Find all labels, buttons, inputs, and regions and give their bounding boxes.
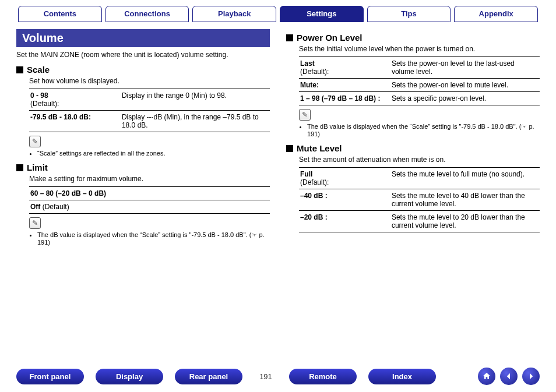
scale-desc: Set how volume is displayed. (29, 77, 270, 85)
opt-key: Mute: (300, 81, 319, 89)
table-row: 0 - 98(Default):Display in the range 0 (… (29, 89, 270, 111)
tab-tips[interactable]: Tips (367, 6, 451, 22)
btn-display[interactable]: Display (96, 369, 163, 384)
opt-val: Sets the power-on level to the last-used… (390, 57, 540, 79)
opt-key: 1 – 98 (–79 dB – 18 dB) : (300, 94, 380, 103)
home-icon[interactable] (478, 368, 495, 385)
table-row: 60 – 80 (–20 dB – 0 dB) (29, 187, 270, 200)
mute-title: Mute Level (297, 143, 342, 153)
opt-val: Sets the power-on level to mute level. (390, 79, 540, 92)
limit-title: Limit (27, 163, 48, 172)
opt-sub: (Default): (300, 178, 329, 186)
power-desc: Sets the initial volume level when the p… (299, 45, 540, 53)
btn-front-panel[interactable]: Front panel (16, 369, 84, 384)
tab-appendix[interactable]: Appendix (454, 6, 538, 22)
opt-val: Sets the mute level to 20 dB lower than … (390, 211, 540, 232)
page-number: 191 (254, 372, 277, 381)
opt-sub: (Default): (300, 68, 329, 76)
tab-settings[interactable]: Settings (280, 6, 364, 22)
section-power-on-level: Power On Level Sets the initial volume l… (286, 33, 540, 137)
table-row: –20 dB :Sets the mute level to 20 dB low… (299, 211, 540, 232)
table-row: Mute:Sets the power-on level to mute lev… (299, 79, 540, 92)
opt-key: –40 dB : (300, 192, 328, 200)
opt-val: Sets a specific power-on level. (390, 92, 540, 105)
scale-table: 0 - 98(Default):Display in the range 0 (… (29, 89, 270, 132)
note-text: The dB value is displayed when the “Scal… (307, 123, 540, 137)
top-tabs: Contents Connections Playback Settings T… (16, 6, 540, 22)
pencil-icon: ✎ (29, 136, 41, 147)
pencil-icon: ✎ (29, 217, 41, 229)
footer: Front panel Display Rear panel 191 Remot… (0, 368, 556, 385)
btn-index[interactable]: Index (368, 369, 436, 384)
power-title: Power On Level (297, 33, 363, 43)
opt-key: 0 - 98 (30, 91, 48, 100)
bullet-icon (286, 145, 293, 152)
bullet-icon (286, 34, 293, 41)
limit-desc: Make a setting for maximum volume. (29, 175, 270, 183)
section-limit: Limit Make a setting for maximum volume.… (16, 163, 270, 246)
btn-remote[interactable]: Remote (289, 369, 357, 384)
bullet-icon (16, 164, 23, 171)
table-row: Last(Default):Sets the power-on level to… (299, 57, 540, 79)
bullet-icon (16, 66, 23, 73)
opt-key: –20 dB : (300, 213, 328, 221)
next-icon[interactable] (522, 368, 540, 385)
opt-sub: (Default) (40, 203, 69, 211)
left-column: Volume Set the MAIN ZONE (room where the… (16, 29, 270, 252)
power-note: The dB value is displayed when the “Scal… (299, 123, 540, 137)
opt-val: Display in the range 0 (Min) to 98. (121, 89, 270, 111)
opt-val: Sets the mute level to full mute (no sou… (390, 168, 540, 189)
note-text: “Scale” settings are reflected in all th… (37, 150, 270, 157)
tab-connections[interactable]: Connections (105, 6, 189, 22)
opt-key: Full (300, 170, 312, 178)
power-table: Last(Default):Sets the power-on level to… (299, 56, 540, 105)
opt-val: Display ---dB (Min), in the range –79.5 … (121, 111, 270, 132)
opt-key: -79.5 dB - 18.0 dB: (30, 113, 91, 121)
mute-table: Full(Default):Sets the mute level to ful… (299, 167, 540, 232)
table-row: –40 dB :Sets the mute level to 40 dB low… (299, 189, 540, 211)
opt-key: 60 – 80 (–20 dB – 0 dB) (30, 189, 106, 197)
pencil-icon: ✎ (299, 109, 311, 121)
section-mute-level: Mute Level Set the amount of attenuation… (286, 143, 540, 232)
intro-text: Set the MAIN ZONE (room where the unit i… (16, 51, 270, 59)
mute-desc: Set the amount of attenuation when mute … (299, 156, 540, 164)
right-column: Power On Level Sets the initial volume l… (286, 29, 540, 252)
prev-icon[interactable] (500, 368, 518, 385)
table-row: Off (Default) (29, 200, 270, 214)
opt-key: Last (300, 59, 315, 68)
section-scale: Scale Set how volume is displayed. 0 - 9… (16, 65, 270, 157)
scale-note: “Scale” settings are reflected in all th… (29, 150, 270, 157)
tab-contents[interactable]: Contents (18, 6, 102, 22)
table-row: 1 – 98 (–79 dB – 18 dB) :Sets a specific… (299, 92, 540, 105)
table-row: Full(Default):Sets the mute level to ful… (299, 168, 540, 189)
opt-key: Off (30, 203, 40, 211)
heading-volume: Volume (16, 29, 270, 47)
limit-note: The dB value is displayed when the “Scal… (29, 231, 270, 246)
scale-title: Scale (27, 65, 50, 75)
note-text: The dB value is displayed when the “Scal… (37, 231, 270, 246)
opt-sub: (Default): (30, 100, 59, 108)
btn-rear-panel[interactable]: Rear panel (175, 369, 242, 384)
limit-table: 60 – 80 (–20 dB – 0 dB) Off (Default) (29, 186, 270, 214)
opt-val: Sets the mute level to 40 dB lower than … (390, 189, 540, 211)
table-row: -79.5 dB - 18.0 dB:Display ---dB (Min), … (29, 111, 270, 132)
tab-playback[interactable]: Playback (192, 6, 276, 22)
